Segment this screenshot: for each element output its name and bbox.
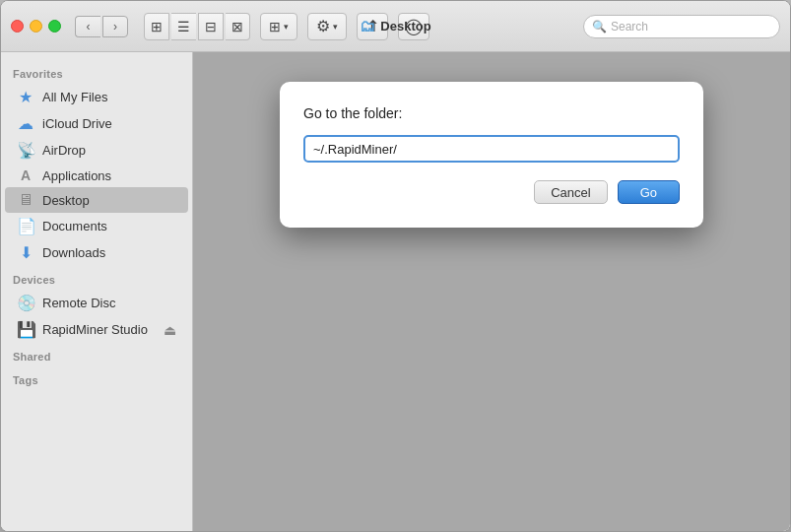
window-title: Desktop	[380, 19, 430, 33]
back-button[interactable]: ‹	[75, 16, 100, 37]
view-controls: ⊞ ☰ ⊟ ⊠	[144, 13, 250, 40]
airdrop-icon: 📡	[17, 141, 34, 160]
sidebar-item-downloads[interactable]: ⬇ Downloads	[5, 239, 188, 266]
search-box[interactable]: 🔍 Search	[583, 15, 780, 38]
modal-overlay: Go to the folder: Cancel Go	[193, 52, 790, 531]
search-placeholder: Search	[611, 20, 648, 33]
arrange-chevron-icon: ▾	[284, 22, 289, 32]
goto-folder-dialog: Go to the folder: Cancel Go	[280, 82, 703, 228]
sidebar-item-desktop[interactable]: 🖥 Desktop	[5, 187, 188, 213]
desktop-icon: 🖥	[17, 191, 34, 209]
finder-window: ‹ › ⊞ ☰ ⊟ ⊠ ⊞ ▾ ⚙ ▾ ⬆ ◯ 🗂 Desktop 🔍	[0, 0, 791, 532]
cancel-button[interactable]: Cancel	[534, 180, 607, 204]
modal-title: Go to the folder:	[303, 105, 680, 121]
view-cover-button[interactable]: ⊠	[226, 13, 250, 40]
sidebar-item-all-my-files[interactable]: ★ All My Files	[5, 84, 188, 110]
view-icons-button[interactable]: ⊞	[144, 13, 169, 40]
sidebar-item-label: All My Files	[42, 90, 107, 104]
sidebar: Favorites ★ All My Files ☁ iCloud Drive …	[1, 52, 193, 531]
rapidminer-icon: 💾	[17, 320, 34, 339]
devices-header: Devices	[1, 266, 192, 290]
sidebar-item-rapidminer-studio[interactable]: 💾 RapidMiner Studio ⏏	[5, 316, 188, 343]
sidebar-item-label: RapidMiner Studio	[42, 322, 148, 337]
search-icon: 🔍	[592, 20, 607, 33]
forward-button[interactable]: ›	[102, 16, 128, 37]
action-button[interactable]: ⚙ ▾	[307, 13, 347, 40]
sidebar-item-label: Applications	[42, 168, 111, 183]
title-bar: ‹ › ⊞ ☰ ⊟ ⊠ ⊞ ▾ ⚙ ▾ ⬆ ◯ 🗂 Desktop 🔍	[1, 1, 790, 52]
go-button[interactable]: Go	[618, 180, 680, 204]
all-my-files-icon: ★	[17, 88, 34, 106]
title-folder-icon: 🗂	[360, 18, 375, 35]
minimize-button[interactable]	[30, 20, 42, 33]
nav-buttons: ‹ ›	[75, 16, 128, 37]
sidebar-item-label: Remote Disc	[42, 296, 115, 310]
folder-path-input[interactable]	[303, 135, 680, 163]
content-area: Favorites ★ All My Files ☁ iCloud Drive …	[1, 52, 790, 531]
sidebar-item-label: Documents	[42, 219, 107, 233]
sidebar-item-label: Desktop	[42, 193, 90, 208]
arrange-button[interactable]: ⊞ ▾	[260, 13, 297, 40]
applications-icon: A	[17, 167, 34, 183]
sidebar-item-applications[interactable]: A Applications	[5, 164, 188, 187]
action-chevron-icon: ▾	[333, 22, 338, 32]
downloads-icon: ⬇	[17, 243, 34, 262]
sidebar-item-label: AirDrop	[42, 143, 86, 158]
maximize-button[interactable]	[48, 20, 61, 33]
favorites-header: Favorites	[1, 60, 192, 84]
view-list-button[interactable]: ☰	[171, 13, 196, 40]
view-columns-button[interactable]: ⊟	[198, 13, 224, 40]
eject-icon[interactable]: ⏏	[164, 322, 176, 338]
sidebar-item-icloud-drive[interactable]: ☁ iCloud Drive	[5, 110, 188, 137]
shared-header: Shared	[1, 343, 192, 366]
sidebar-item-remote-disc[interactable]: 💿 Remote Disc	[5, 290, 188, 316]
action-icon: ⚙	[316, 17, 330, 35]
remote-disc-icon: 💿	[17, 294, 34, 312]
sidebar-item-label: Downloads	[42, 245, 105, 260]
icloud-drive-icon: ☁	[17, 114, 34, 133]
arrange-icon: ⊞	[269, 19, 281, 34]
modal-buttons: Cancel Go	[303, 180, 680, 204]
sidebar-item-airdrop[interactable]: 📡 AirDrop	[5, 137, 188, 164]
traffic-lights	[11, 20, 61, 33]
window-title-area: 🗂 Desktop	[360, 18, 430, 35]
sidebar-item-label: iCloud Drive	[42, 116, 112, 131]
main-area: Go to the folder: Cancel Go	[193, 52, 790, 531]
close-button[interactable]	[11, 20, 24, 33]
documents-icon: 📄	[17, 217, 34, 235]
sidebar-item-documents[interactable]: 📄 Documents	[5, 213, 188, 239]
tags-header: Tags	[1, 366, 192, 390]
